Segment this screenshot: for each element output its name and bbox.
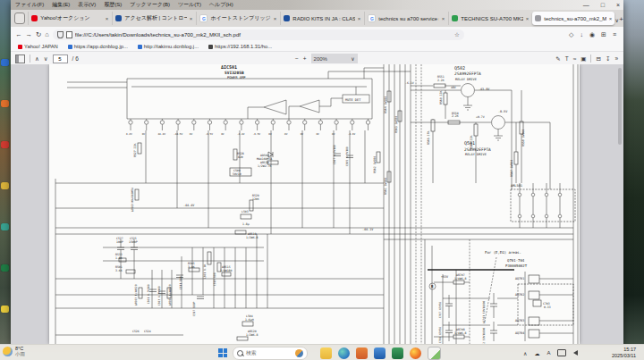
file-explorer-taskbar-icon[interactable] bbox=[320, 347, 332, 359]
desktop-shortcut-icon[interactable] bbox=[1, 182, 9, 189]
new-tab-button[interactable]: + bbox=[619, 15, 623, 23]
tab[interactable]: Gtechnics su a700 service manua× bbox=[364, 12, 447, 25]
tab-close-icon[interactable]: × bbox=[526, 16, 530, 21]
shield-icon[interactable]: ◇ bbox=[569, 31, 573, 38]
display-icon[interactable] bbox=[557, 349, 566, 356]
ic-pin bbox=[351, 121, 354, 124]
desktop-shortcut-icon[interactable] bbox=[1, 141, 9, 148]
schematic-label: Q701-704 bbox=[507, 258, 525, 263]
navigation-bar: ← → ↻ ⌂ file:///C:/Users/takin/Downloads… bbox=[11, 27, 623, 42]
list-all-tabs-icon[interactable]: ∨ bbox=[615, 17, 619, 23]
bookmark-item[interactable]: https://app.dcnblog.jp... bbox=[68, 44, 128, 49]
tab[interactable]: RADIO KITS IN JA : CLASS AA× bbox=[280, 12, 363, 25]
schematic-label: -0.5V bbox=[498, 110, 507, 113]
page-up-button[interactable]: ∧ bbox=[35, 55, 39, 63]
schematic-label: R527 22K bbox=[133, 144, 137, 157]
save-icon[interactable]: ↧ bbox=[606, 55, 610, 63]
ime-indicator[interactable]: A bbox=[547, 350, 550, 356]
page-down-button[interactable]: ∨ bbox=[44, 55, 48, 63]
outlook-taskbar-icon[interactable] bbox=[374, 347, 386, 359]
menu-icon[interactable]: ≡ bbox=[613, 31, 616, 38]
edge-taskbar-icon[interactable] bbox=[338, 347, 350, 359]
menu-item[interactable]: ツール(T) bbox=[178, 1, 201, 9]
notepad-taskbar-icon[interactable] bbox=[428, 347, 441, 360]
tab-title: TECHNICS SU-A700 MK2 MKII : bbox=[461, 16, 522, 21]
home-button[interactable]: ⌂ bbox=[45, 30, 49, 38]
store-taskbar-icon[interactable] bbox=[356, 347, 368, 359]
back-button[interactable]: ← bbox=[15, 30, 22, 38]
account-icon[interactable]: ◉ bbox=[589, 31, 595, 38]
tab-close-icon[interactable]: × bbox=[358, 16, 361, 21]
tab[interactable]: Gホイートストンブリッジ 回路 technic× bbox=[196, 12, 279, 25]
schematic-label: 50V10 bbox=[233, 172, 242, 176]
text-icon[interactable]: T bbox=[565, 55, 569, 62]
firefox-view-button[interactable] bbox=[14, 13, 25, 24]
forward-button[interactable]: → bbox=[26, 30, 33, 38]
desktop-shortcut-icon[interactable] bbox=[1, 264, 9, 272]
menu-item[interactable]: ブックマーク(B) bbox=[130, 1, 170, 9]
desktop-shortcut-icon[interactable] bbox=[1, 223, 9, 230]
start-button[interactable] bbox=[218, 348, 227, 357]
download-icon[interactable]: ↓ bbox=[580, 31, 583, 38]
tab[interactable]: TECHNICS SU-A700 MK2 MKII :× bbox=[448, 12, 531, 25]
schematic-label: 1500P bbox=[129, 240, 138, 244]
speaker-icon[interactable] bbox=[573, 350, 578, 356]
schematic-label: 100P bbox=[116, 240, 123, 244]
schematic-label: -43.9V bbox=[479, 88, 489, 91]
menu-item[interactable]: 編集(E) bbox=[52, 1, 70, 9]
shield-icon[interactable] bbox=[57, 31, 64, 38]
taskbar-clock[interactable]: 15:17 2025/03/11 bbox=[612, 347, 636, 358]
reload-button[interactable]: ↻ bbox=[36, 30, 41, 38]
minimize-button[interactable]: — bbox=[583, 2, 589, 8]
tab-title: technics_su-a700_mk2_MKII_sch.pdf bbox=[544, 16, 606, 21]
sidebar-toggle-icon[interactable] bbox=[15, 54, 25, 63]
firefox-taskbar-icon[interactable] bbox=[410, 347, 421, 359]
divider bbox=[30, 54, 30, 63]
zoom-select[interactable]: 200% ∨ bbox=[311, 54, 358, 63]
schematic-label: C517 100P bbox=[192, 302, 196, 316]
zoom-out-button[interactable]: − bbox=[295, 55, 299, 62]
pdf-scrollbar[interactable] bbox=[618, 68, 622, 145]
page-info-icon[interactable] bbox=[66, 31, 72, 38]
tab[interactable]: Yahoo!オークション× bbox=[28, 12, 111, 25]
tray-chevron-icon[interactable]: ∧ bbox=[523, 350, 527, 356]
schematic-label: 3.6K bbox=[115, 269, 123, 272]
menu-item[interactable]: ファイル(F) bbox=[15, 1, 44, 9]
highlight-icon[interactable]: ≈ bbox=[573, 55, 577, 62]
ic-pin bbox=[176, 121, 180, 124]
excel-taskbar-icon[interactable] bbox=[392, 347, 403, 359]
menu-item[interactable]: 履歴(S) bbox=[104, 1, 122, 9]
desktop-shortcut-icon[interactable] bbox=[1, 100, 9, 107]
desktop-shortcut-icon[interactable] bbox=[1, 306, 9, 313]
bookmark-item[interactable]: Yahoo! JAPAN bbox=[18, 44, 58, 49]
page-number-input[interactable] bbox=[53, 54, 68, 63]
tab-close-icon[interactable]: × bbox=[442, 16, 445, 21]
tab-close-icon[interactable]: × bbox=[106, 16, 109, 21]
taskbar-search[interactable]: 検索 bbox=[233, 347, 308, 360]
more-tools-icon[interactable]: » bbox=[614, 55, 618, 62]
schematic-label: ΔIC501 bbox=[221, 64, 237, 70]
close-button[interactable]: × bbox=[616, 2, 620, 8]
menu-item[interactable]: ヘルプ(H) bbox=[209, 1, 233, 9]
tab-close-icon[interactable]: × bbox=[190, 16, 193, 21]
tab[interactable]: technics_su-a700_mk2_MKII_sch.pdf× bbox=[532, 12, 614, 25]
print-icon[interactable]: ⊟ bbox=[596, 55, 600, 63]
extensions-icon[interactable]: ⊞ bbox=[601, 31, 606, 38]
bookmark-item[interactable]: http://takimu.dcnblog.j... bbox=[138, 44, 199, 49]
tab[interactable]: アクセス解析 | コントロールパネル | (× bbox=[112, 12, 195, 25]
maximize-button[interactable]: □ bbox=[601, 2, 605, 8]
tab-close-icon[interactable]: × bbox=[609, 16, 613, 21]
address-bar[interactable]: file:///C:/Users/takin/Downloads/technic… bbox=[53, 29, 464, 40]
tab-close-icon[interactable]: × bbox=[274, 16, 277, 21]
image-icon[interactable]: ▣ bbox=[580, 55, 586, 63]
onedrive-icon[interactable]: ☁ bbox=[534, 350, 539, 356]
weather-widget[interactable]: 8°C 小雨 bbox=[3, 346, 25, 356]
desktop-shortcut-icon[interactable] bbox=[1, 59, 9, 66]
bookmark-item[interactable]: https://192.168.1.31/ho... bbox=[208, 44, 272, 49]
bookmark-star-icon[interactable]: ☆ bbox=[454, 31, 460, 38]
menu-item[interactable]: 表示(V) bbox=[78, 1, 96, 9]
draw-icon[interactable]: ✎ bbox=[555, 55, 560, 63]
schematic-label: 1/2W6.8 bbox=[246, 236, 258, 239]
zoom-in-button[interactable]: + bbox=[303, 55, 307, 62]
tab-title: Yahoo!オークション bbox=[40, 14, 102, 22]
